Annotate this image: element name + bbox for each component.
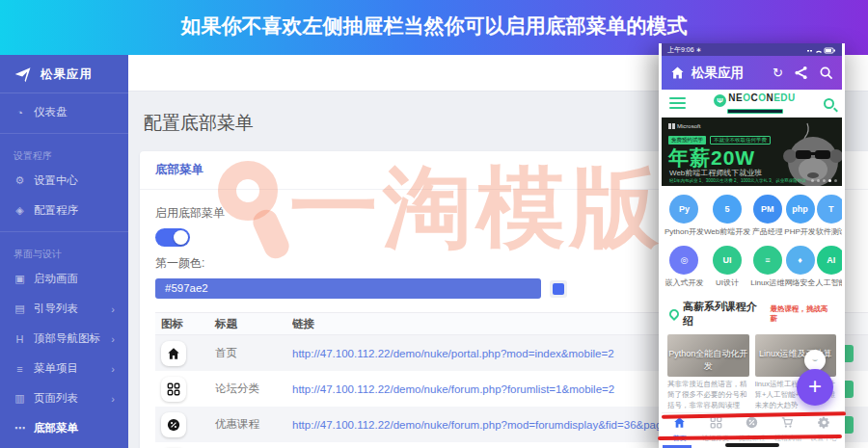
pin-icon — [667, 307, 681, 321]
enable-toggle[interactable] — [155, 228, 190, 247]
signal-wifi-battery-icon — [807, 46, 836, 54]
sidebar-item-topnav[interactable]: H顶部导航图标› — [0, 324, 128, 354]
phone-app-title: 松果应用 — [692, 65, 744, 82]
color-input[interactable]: #597ae2 — [155, 278, 541, 299]
app-shortcut[interactable]: PM产品经理 — [750, 195, 784, 237]
course-image: Python全能自动化开发 — [667, 334, 749, 377]
app-shortcut[interactable]: AI人工智能 — [816, 246, 842, 288]
sidebar-item-config[interactable]: ◈配置程序 — [0, 196, 128, 225]
row-title: 论坛分类 — [215, 382, 292, 396]
refresh-icon[interactable]: ↻ — [773, 66, 783, 80]
share-icon[interactable] — [794, 66, 808, 80]
sidebar-item-pages[interactable]: ▥页面列表› — [0, 383, 128, 413]
grid-icon — [161, 377, 186, 402]
app-shortcut[interactable]: UIUI设计 — [704, 246, 750, 288]
site-search-icon[interactable] — [824, 98, 834, 109]
tab-grid[interactable]: 论坛分类 — [697, 413, 733, 444]
toggle-knob — [174, 230, 188, 245]
app-shortcut-icon: Py — [669, 195, 698, 224]
search-icon[interactable] — [819, 66, 833, 80]
app-shortcut-label: 产品经理 — [752, 226, 783, 237]
percent-icon — [746, 415, 758, 433]
app-logo-label: 松果应用 — [41, 66, 93, 83]
app-shortcut[interactable]: ♦网络安全 — [784, 246, 815, 288]
gear-icon — [818, 415, 830, 433]
chevron-right-icon: › — [111, 303, 115, 315]
hamburger-icon[interactable] — [669, 97, 686, 109]
tab-gear[interactable]: 设置中心 — [806, 413, 842, 444]
logo-tagline-bar — [727, 109, 783, 114]
floating-action-button[interactable]: + — [797, 369, 833, 406]
paper-plane-icon — [14, 65, 33, 84]
course-card[interactable]: Python全能自动化开发其非常接近自然语言，精简了很多不必要的分号和括号，非常… — [667, 334, 749, 425]
sidebar-item-splash[interactable]: ▣启动画面 — [0, 264, 128, 294]
app-shortcut[interactable]: phpPHP开发 — [784, 195, 815, 237]
app-shortcut-label: 网络安全 — [785, 277, 816, 288]
app-shortcut[interactable]: T软件测试 — [816, 195, 842, 237]
sidebar: 松果应用 ◔仪表盘设置程序⚙设置中心◈配置程序界面与设计▣启动画面▤引导列表›H… — [0, 55, 128, 448]
phone-ad-banner[interactable]: Microsoft 免费预约试学 不就业不收取任何学费 年薪20W Web前端工… — [662, 118, 842, 186]
banner-badge-2: 不就业不收取任何学费 — [710, 136, 771, 145]
sidebar-item-menu[interactable]: ≡菜单项目› — [0, 354, 128, 383]
app-shortcut[interactable]: ◎嵌入式开发 — [665, 246, 704, 288]
app-shortcut-label: UI设计 — [716, 277, 739, 288]
tab-percent[interactable]: 优惠课程 — [734, 413, 770, 444]
section-subtitle: 最热课程，挑战高薪 — [771, 304, 834, 324]
app-shortcut[interactable]: 5Web前端开发 — [704, 195, 750, 237]
microsoft-logo: Microsoft — [668, 123, 700, 129]
app-shortcut-icon: UI — [713, 246, 742, 275]
course-name: Python全能自动化开发 — [667, 348, 749, 373]
section-title: 高薪系列课程介绍 — [683, 300, 767, 329]
carousel-dots[interactable] — [811, 179, 837, 182]
sidebar-item-label: 仪表盘 — [34, 105, 68, 119]
sidebar-item-label: 引导列表 — [34, 302, 78, 316]
app-shortcut[interactable]: PyPython开发 — [665, 195, 704, 237]
app-logo[interactable]: 松果应用 — [0, 55, 128, 92]
sidebar-item-plus[interactable]: +浮动按钮› — [0, 443, 128, 448]
app-shortcut-icon: 5 — [713, 195, 742, 224]
screen: 如果你不喜欢左侧抽屉栏当然你可以启用底部菜单的模式 松果应用 ◔仪表盘设置程序⚙… — [0, 0, 868, 448]
color-swatch-box[interactable] — [550, 280, 567, 298]
app-shortcut-icon: ♦ — [786, 246, 815, 275]
color-swatch — [553, 283, 564, 295]
phone-time: 上午9:06 ∗ — [667, 45, 701, 55]
sidebar-item-dashboard[interactable]: ◔仪表盘 — [0, 97, 128, 127]
sidebar-item-label: 菜单项目 — [34, 361, 78, 376]
guide-icon: ▤ — [14, 303, 26, 315]
app-shortcut-label: 软件测试 — [816, 226, 842, 237]
bottom-menu-icon: ⋯ — [14, 422, 26, 435]
app-shortcut-label: Python开发 — [665, 226, 704, 237]
phone-status-icons — [807, 46, 836, 54]
menu-icon: ≡ — [14, 363, 26, 375]
col-title: 标题 — [215, 317, 292, 331]
palm-logo-icon: Ψ — [714, 94, 726, 107]
sidebar-item-bottom-menu[interactable]: ⋯底部菜单 — [0, 413, 128, 443]
row-title: 首页 — [215, 346, 292, 360]
row-title: 优惠课程 — [215, 417, 292, 432]
divider — [0, 133, 128, 134]
sidebar-item-guide[interactable]: ▤引导列表› — [0, 294, 128, 324]
percent-icon — [161, 412, 186, 437]
app-shortcut[interactable]: ≡Linux运维 — [750, 246, 784, 288]
tab-cart[interactable]: 轻松购物 — [770, 413, 805, 444]
app-shortcut-icon: PM — [753, 195, 782, 224]
course-desc: 其非常接近自然语言，精简了很多不必要的分号和括号，非常容易阅读理解。 — [667, 380, 749, 411]
app-shortcut-icon: ≡ — [753, 246, 782, 275]
sidebar-item-label: 配置程序 — [34, 203, 78, 218]
app-icon-grid: PyPython开发5Web前端开发PM产品经理phpPHP开发T软件测试◎嵌入… — [662, 186, 842, 296]
sidebar-section-label: 界面与设计 — [0, 238, 128, 264]
sidebar-item-label: 顶部导航图标 — [34, 331, 100, 346]
col-icon: 图标 — [155, 317, 215, 331]
sidebar-nav: ◔仪表盘设置程序⚙设置中心◈配置程序界面与设计▣启动画面▤引导列表›H顶部导航图… — [0, 97, 128, 448]
chevron-right-icon: › — [111, 393, 115, 405]
gear-icon: ⚙ — [14, 174, 26, 187]
home-icon[interactable] — [670, 66, 685, 80]
chat-bubble-icon[interactable]: ⌣ — [804, 350, 826, 371]
app-shortcut-icon: T — [817, 195, 842, 224]
divider — [0, 92, 128, 93]
phone-appbar: 松果应用 ↻ — [662, 56, 842, 90]
home-indicator — [725, 443, 779, 447]
phone-status-bar: 上午9:06 ∗ — [662, 43, 842, 56]
sidebar-item-gear[interactable]: ⚙设置中心 — [0, 166, 128, 196]
banner-fineprint: 轻1年内包就业 1、3000元生活费 2、1000元入学礼 3、就业双保险协议 — [669, 178, 806, 183]
